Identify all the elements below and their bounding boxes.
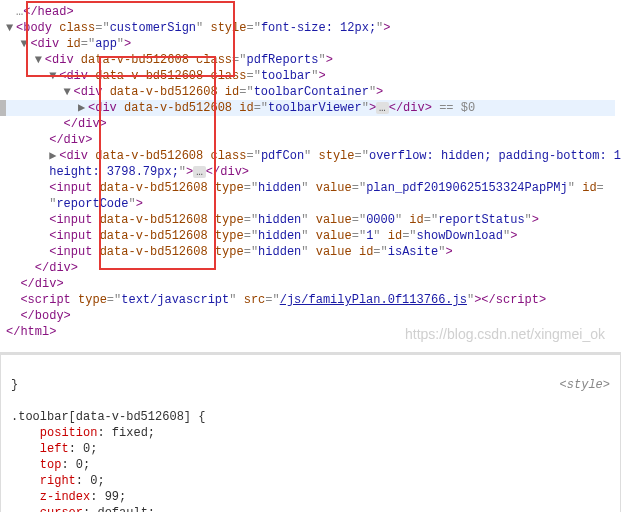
css-prop-cursor[interactable]: cursor — [40, 506, 83, 512]
styles-selector[interactable]: .toolbar[data-v-bd512608] { — [11, 410, 205, 424]
dom-close-3[interactable]: </div> — [6, 260, 615, 276]
dom-pdfcon-div-2[interactable]: height: 3798.79px;">…</div> — [6, 164, 615, 180]
styles-prev-close: } — [11, 378, 18, 392]
dom-pdfreports-div[interactable]: ▼<div data-v-bd512608 class="pdfReports"… — [6, 52, 615, 68]
watermark: https://blog.csdn.net/xingmei_ok — [405, 326, 605, 342]
dom-toolbarcontainer-div[interactable]: ▼<div data-v-bd512608 id="toolbarContain… — [6, 84, 615, 100]
styles-panel: } .toolbar[data-v-bd512608] { position: … — [0, 354, 621, 512]
css-prop-position[interactable]: position — [40, 426, 98, 440]
dom-head-close[interactable]: …</head> — [6, 4, 615, 20]
dom-input-isasite[interactable]: <input data-v-bd512608 type="hidden" val… — [6, 244, 615, 260]
dom-input-reportcode-2[interactable]: "reportCode"> — [6, 196, 615, 212]
dom-selected-toolbarviewer[interactable]: ▶<div data-v-bd512608 id="toolbarViewer"… — [6, 100, 615, 116]
dom-input-reportcode[interactable]: <input data-v-bd512608 type="hidden" val… — [6, 180, 615, 196]
dom-pdfcon-div[interactable]: ▶<div data-v-bd512608 class="pdfCon" sty… — [6, 148, 615, 164]
css-prop-top[interactable]: top — [40, 458, 62, 472]
dom-close-2[interactable]: </div> — [6, 132, 615, 148]
styles-source-link[interactable]: <style> — [560, 377, 610, 393]
dom-toolbar-div[interactable]: ▼<div data-v-bd512608 class="toolbar"> — [6, 68, 615, 84]
dom-body-close[interactable]: </body> — [6, 308, 615, 324]
css-prop-left[interactable]: left — [40, 442, 69, 456]
script-src-link[interactable]: /js/familyPlan.0f113766.js — [280, 293, 467, 307]
dom-script[interactable]: <script type="text/javascript" src="/js/… — [6, 292, 615, 308]
dom-input-reportstatus[interactable]: <input data-v-bd512608 type="hidden" val… — [6, 212, 615, 228]
dom-app-div[interactable]: ▼<div id="app"> — [6, 36, 615, 52]
elements-panel: …</head> ▼<body class="customerSign" sty… — [0, 0, 621, 344]
dom-body-open[interactable]: ▼<body class="customerSign" style="font-… — [6, 20, 615, 36]
dom-close-1[interactable]: </div> — [6, 116, 615, 132]
dom-input-showdownload[interactable]: <input data-v-bd512608 type="hidden" val… — [6, 228, 615, 244]
css-prop-zindex[interactable]: z-index — [40, 490, 90, 504]
css-prop-right[interactable]: right — [40, 474, 76, 488]
dom-close-4[interactable]: </div> — [6, 276, 615, 292]
